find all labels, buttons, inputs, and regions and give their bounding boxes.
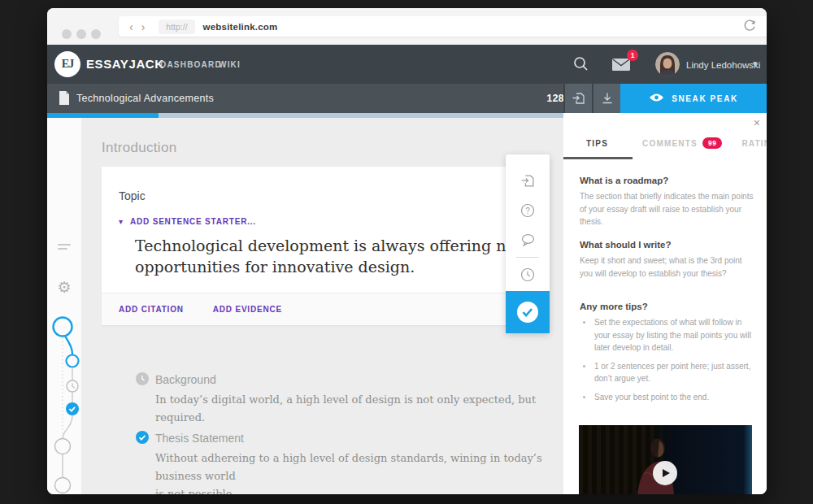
active-tab-indicator xyxy=(563,157,633,159)
back-icon[interactable]: ‹ xyxy=(125,21,137,33)
starter-label: ADD SENTENCE STARTER... xyxy=(130,217,256,226)
tip-heading: Any more tips? xyxy=(580,302,757,311)
nav-wiki[interactable]: WIKI xyxy=(219,60,241,69)
nav-dashboard[interactable]: DASHBOARD xyxy=(160,60,222,69)
tip-bullet: 1 or 2 sentences per point here; just as… xyxy=(580,360,757,385)
export-page-icon[interactable] xyxy=(506,172,550,189)
protocol-chip: http:// xyxy=(159,20,194,34)
thesis-text[interactable]: Without adhereing to a high level of des… xyxy=(155,450,578,494)
refresh-icon[interactable] xyxy=(742,19,757,37)
url-text[interactable]: websitelink.com xyxy=(203,22,278,32)
tab-ratings[interactable]: RATINGS xyxy=(741,139,767,148)
tip-bullet: Set the expectations of what will follow… xyxy=(580,316,757,354)
starter-caret-icon: ▾ xyxy=(119,218,123,226)
tip-body: Keep it short and sweet; what is the 3rd… xyxy=(580,254,757,280)
search-icon[interactable] xyxy=(572,55,589,76)
forward-icon[interactable]: › xyxy=(137,21,150,33)
window-control-dot[interactable] xyxy=(76,29,86,39)
toolbar-divider xyxy=(516,257,539,258)
thesis-check-icon[interactable] xyxy=(136,431,149,444)
browser-window: ‹ › http:// websitelink.com EJ ESSAYJACK… xyxy=(47,8,767,494)
document-bar: Technological Advancements 128 / 500 SNE… xyxy=(47,84,767,113)
play-icon[interactable] xyxy=(653,461,677,485)
panel-tabs: TIPS COMMENTS 99 RATINGS xyxy=(563,133,767,154)
essayjack-logo[interactable]: EJ xyxy=(54,51,80,77)
background-label[interactable]: Background xyxy=(155,373,216,386)
avatar[interactable] xyxy=(655,52,680,76)
brand-name[interactable]: ESSAYJACK xyxy=(86,57,164,71)
bullet-dot xyxy=(583,365,585,367)
desktop-background: ‹ › http:// websitelink.com EJ ESSAYJACK… xyxy=(0,0,813,504)
topic-label: Topic xyxy=(119,189,146,202)
document-title[interactable]: Technological Advancements xyxy=(76,93,214,104)
help-icon[interactable]: ? xyxy=(506,202,550,219)
add-sentence-starter[interactable]: ▾ ADD SENTENCE STARTER... xyxy=(119,217,256,226)
tab-comments[interactable]: COMMENTS 99 xyxy=(642,137,722,149)
window-control-dot[interactable] xyxy=(91,29,101,39)
topic-card: Topic ▾ ADD SENTENCE STARTER... Technolo… xyxy=(102,167,550,325)
floating-toolbar: ? xyxy=(506,154,550,333)
export-button[interactable] xyxy=(563,84,592,113)
eye-icon xyxy=(649,91,664,106)
document-icon xyxy=(59,91,70,108)
download-button[interactable] xyxy=(592,84,620,113)
background-text[interactable]: In today’s digital world, a high level o… xyxy=(155,391,562,427)
close-icon[interactable]: × xyxy=(754,116,760,129)
tutorial-video-thumbnail[interactable] xyxy=(579,425,752,494)
add-evidence-button[interactable]: ADD EVIDENCE xyxy=(213,305,282,314)
tip-section-roadmap: What is a roadmap? The section that brie… xyxy=(580,176,757,228)
window-control-dot[interactable] xyxy=(62,29,72,39)
comment-icon[interactable] xyxy=(506,232,550,248)
section-heading: Introduction xyxy=(102,140,176,156)
settings-gear-icon[interactable]: ⚙ xyxy=(47,280,81,295)
url-bar[interactable]: ‹ › http:// websitelink.com xyxy=(119,16,767,37)
complete-check-button[interactable] xyxy=(506,291,550,333)
tip-heading: What is a roadmap? xyxy=(580,176,757,185)
comments-count-badge: 99 xyxy=(702,137,722,149)
browser-chrome: ‹ › http:// websitelink.com xyxy=(47,8,767,45)
add-citation-button[interactable]: ADD CITATION xyxy=(119,305,184,314)
svg-text:?: ? xyxy=(525,206,530,215)
thesis-label[interactable]: Thesis Statement xyxy=(155,432,244,445)
tip-body: The section that briefly indicates the m… xyxy=(580,190,757,228)
tip-bullet: Save your best point to the end. xyxy=(580,391,757,404)
user-name[interactable]: Lindy Ledohowski xyxy=(686,60,760,70)
sneak-peak-button[interactable]: SNEAK PEAK xyxy=(620,84,767,113)
background-clock-icon[interactable] xyxy=(136,372,149,385)
bullet-dot xyxy=(583,321,585,324)
topic-card-footer: ADD CITATION ADD EVIDENCE xyxy=(102,293,550,325)
essay-journey-map[interactable] xyxy=(47,311,81,494)
user-menu-caret-icon[interactable]: ▾ xyxy=(753,59,758,69)
tips-panel: × TIPS COMMENTS 99 RATINGS What is a roa… xyxy=(563,113,767,494)
bullet-dot xyxy=(583,396,585,398)
left-sidebar: ⚙ xyxy=(47,118,81,494)
mail-badge: 1 xyxy=(627,50,638,61)
tip-heading: What should I write? xyxy=(580,240,757,250)
tab-tips[interactable]: TIPS xyxy=(586,139,608,148)
menu-icon[interactable] xyxy=(47,241,81,252)
tip-section-more: Any more tips? Set the expectations of w… xyxy=(580,302,757,409)
tip-section-write: What should I write? Keep it short and s… xyxy=(580,240,757,280)
sneak-peak-label: SNEAK PEAK xyxy=(672,94,738,103)
app-header: EJ ESSAYJACK DASHBOARD WIKI 1 Lindy Ledo… xyxy=(47,45,767,84)
mail-icon[interactable] xyxy=(611,58,631,75)
history-clock-icon[interactable] xyxy=(506,267,550,283)
topic-text[interactable]: Technological development is always offe… xyxy=(135,235,533,277)
